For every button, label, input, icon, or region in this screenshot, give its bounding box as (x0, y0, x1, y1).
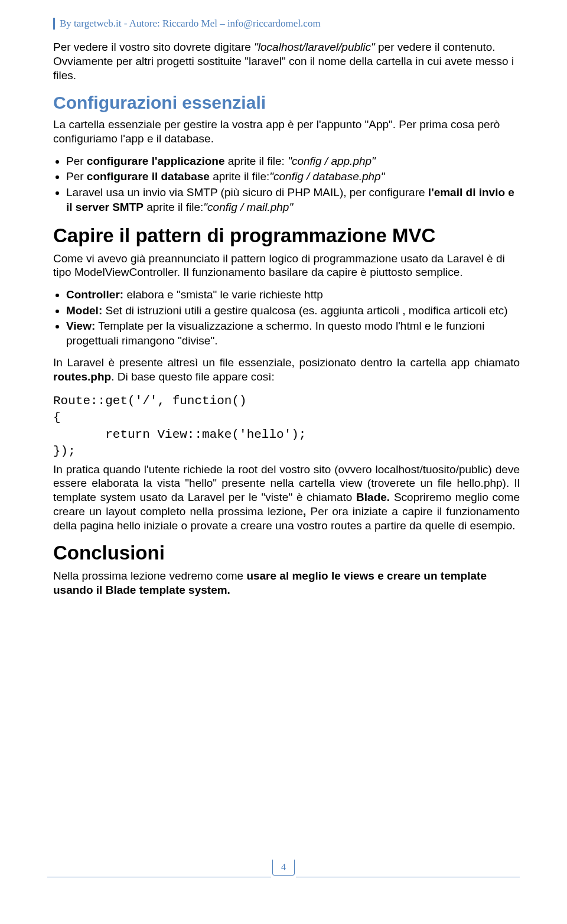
text-italic: "config / database.php" (269, 170, 384, 183)
text-bold: configurare l'applicazione (87, 155, 225, 167)
text-fragment: Set di istruzioni utili a gestire qualco… (102, 304, 507, 317)
text-bold: routes.php (53, 370, 111, 383)
text-bold: Controller: (66, 288, 123, 301)
text-fragment: aprite il file: (210, 170, 269, 183)
text-fragment: Per vedere il vostro sito dovrete digita… (53, 41, 254, 53)
text-italic: "localhost/laravel/public" (254, 41, 375, 53)
text-fragment: aprite il file: (144, 201, 203, 213)
mvc-bullet-list: Controller: elabora e "smista" le varie … (53, 288, 520, 349)
text-italic: "config / app.php" (288, 155, 376, 167)
page-footer: 4 (0, 860, 567, 876)
routes-intro-paragraph: In Laravel è presente altresì un file es… (53, 356, 520, 385)
page-number-box: 4 (272, 860, 295, 876)
text-fragment: elabora e "smista" le varie richieste ht… (123, 288, 323, 301)
text-italic: "config / mail.php" (203, 201, 293, 213)
list-item: Laravel usa un invio via SMTP (più sicur… (66, 186, 520, 214)
text-fragment: Per (66, 155, 87, 167)
text-bold: Model: (66, 304, 102, 317)
text-fragment: In Laravel è presente altresì un file es… (53, 356, 520, 369)
text-bold: Blade. (356, 491, 394, 503)
mvc-paragraph-1: Come vi avevo già preannunciato il patte… (53, 252, 520, 280)
text-fragment: Per (66, 170, 87, 183)
section-heading-conclusioni: Conclusioni (53, 542, 520, 564)
footer-line-right (296, 877, 520, 877)
list-item: View: Template per la visualizzazione a … (66, 319, 520, 348)
config-paragraph: La cartella essenziale per gestire la vo… (53, 118, 520, 146)
list-item: Per configurare l'applicazione aprite il… (66, 154, 520, 169)
text-fragment: . Di base questo file appare così: (111, 370, 275, 383)
text-fragment: Laravel usa un invio via SMTP (più sicur… (66, 186, 428, 199)
page-header: By targetweb.it - Autore: Riccardo Mel –… (53, 18, 520, 30)
text-fragment: Template per la visualizzazione a scherm… (66, 320, 484, 347)
list-item: Controller: elabora e "smista" le varie … (66, 288, 520, 302)
text-fragment: Nella prossima lezione vedremo come (53, 570, 246, 582)
section-heading-mvc: Capire il pattern di programmazione MVC (53, 225, 520, 247)
code-block: Route::get('/', function() { return View… (53, 393, 520, 460)
text-bold: configurare il database (87, 170, 210, 183)
document-page: By targetweb.it - Autore: Riccardo Mel –… (0, 0, 567, 886)
text-bold: , (303, 505, 310, 518)
list-item: Per configurare il database aprite il fi… (66, 170, 520, 184)
section-heading-config: Configurazioni essenziali (53, 93, 520, 113)
header-text: By targetweb.it - Autore: Riccardo Mel –… (60, 18, 321, 29)
conclusioni-paragraph: Nella prossima lezione vedremo come usar… (53, 569, 520, 597)
text-fragment: aprite il file: (224, 155, 288, 167)
intro-paragraph: Per vedere il vostro sito dovrete digita… (53, 40, 520, 82)
config-bullet-list: Per configurare l'applicazione aprite il… (53, 154, 520, 215)
text-bold: View: (66, 320, 95, 332)
footer-line-left (47, 877, 271, 877)
page-number-rule: 4 (0, 860, 567, 876)
routes-explain-paragraph: In pratica quando l'utente richiede la r… (53, 463, 520, 533)
list-item: Model: Set di istruzioni utili a gestire… (66, 304, 520, 318)
